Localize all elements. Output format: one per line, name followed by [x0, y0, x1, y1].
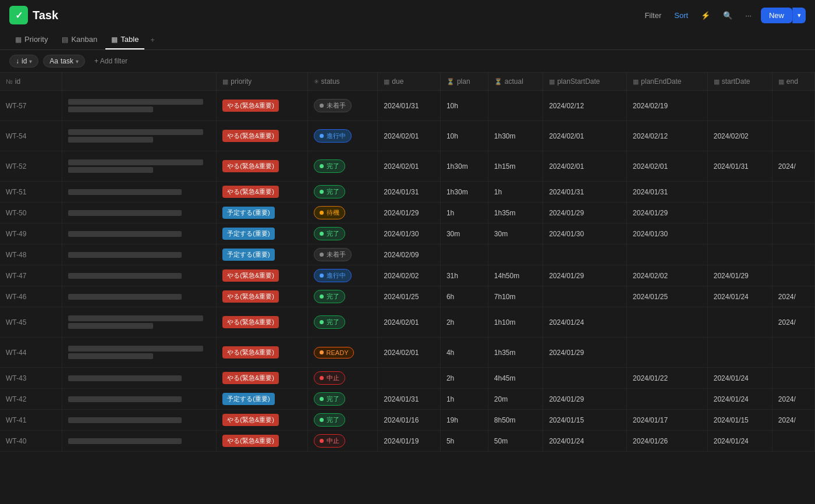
cell-actual — [488, 91, 543, 121]
col-header-end: ▦end — [772, 73, 814, 91]
task-filter-chip[interactable]: Aa task ▾ — [43, 55, 85, 68]
cell-start-date — [707, 91, 772, 121]
cell-plan-start-date: 2024/01/29 — [543, 389, 627, 410]
priority-badge: やる(緊急&重要) — [222, 269, 279, 282]
cell-end — [772, 244, 814, 265]
cell-task — [62, 389, 217, 410]
status-dot — [320, 274, 324, 278]
filter-button[interactable]: Filter — [641, 9, 665, 22]
table-row[interactable]: WT-46 やる(緊急&重要) 完了 2024/01/25 6h 7h10m 2… — [0, 286, 815, 307]
status-dot — [320, 211, 324, 215]
cell-plan-start-date: 2024/01/31 — [543, 182, 627, 203]
tab-priority[interactable]: ▦ Priority — [9, 30, 54, 49]
status-dot — [320, 439, 324, 443]
cell-start-date — [707, 244, 772, 265]
col-header-startdate: ▦startDate — [707, 73, 772, 91]
cell-id: WT-46 — [0, 286, 62, 307]
add-filter-button[interactable]: + Add filter — [90, 55, 132, 67]
cell-task — [62, 244, 217, 265]
cell-plan-end-date: 2024/02/02 — [627, 265, 708, 286]
kanban-tab-label: Kanban — [71, 35, 97, 44]
cell-priority: 予定する(重要) — [217, 203, 307, 223]
cell-status: 完了 — [307, 307, 378, 338]
cell-plan-end-date — [627, 307, 708, 338]
id-filter-chip[interactable]: ↓ id ▾ — [9, 55, 38, 68]
cell-task — [62, 91, 217, 121]
cell-id: WT-57 — [0, 91, 62, 121]
priority-badge: やる(緊急&重要) — [222, 414, 279, 426]
cell-plan: 5h — [440, 431, 488, 452]
cell-plan-end-date: 2024/01/31 — [627, 182, 708, 203]
cell-plan: 30m — [440, 223, 488, 244]
table-row[interactable]: WT-47 やる(緊急&重要) 進行中 2024/02/02 31h 14h50… — [0, 265, 815, 286]
cell-status: 待機 — [307, 203, 378, 223]
cell-due: 2024/01/31 — [378, 389, 441, 410]
cell-actual: 4h45m — [488, 368, 543, 389]
cell-priority: 予定する(重要) — [217, 223, 307, 244]
status-badge: READY — [314, 347, 355, 359]
cell-id: WT-45 — [0, 307, 62, 338]
table-row[interactable]: WT-48 予定する(重要) 未着手 2024/02/09 — [0, 244, 815, 265]
cell-id: WT-47 — [0, 265, 62, 286]
table-row[interactable]: WT-42 予定する(重要) 完了 2024/01/31 1h 20m 2024… — [0, 389, 815, 410]
table-row[interactable]: WT-57 やる(緊急&重要) 未着手 2024/01/31 10h 2024/… — [0, 91, 815, 121]
cell-actual: 20m — [488, 389, 543, 410]
col-header-id: №id — [0, 73, 62, 91]
tab-kanban[interactable]: ▤ Kanban — [56, 30, 103, 49]
cell-plan: 19h — [440, 410, 488, 431]
tab-add-button[interactable]: + — [147, 31, 158, 49]
cell-priority: やる(緊急&重要) — [217, 121, 307, 151]
cell-end: 2024/ — [772, 410, 814, 431]
cell-plan: 6h — [440, 286, 488, 307]
cell-end — [772, 338, 814, 368]
status-badge: 完了 — [314, 227, 345, 240]
cell-end — [772, 368, 814, 389]
cell-status: 完了 — [307, 410, 378, 431]
cell-plan-end-date: 2024/01/25 — [627, 286, 708, 307]
cell-task — [62, 431, 217, 452]
cell-plan — [440, 244, 488, 265]
cell-actual: 1h35m — [488, 203, 543, 223]
tab-table[interactable]: ▦ Table — [105, 30, 144, 49]
table-row[interactable]: WT-51 やる(緊急&重要) 完了 2024/01/31 1h30m 1h 2… — [0, 182, 815, 203]
priority-badge: やる(緊急&重要) — [222, 100, 279, 112]
priority-badge: 予定する(重要) — [222, 393, 274, 405]
new-button[interactable]: New — [761, 8, 792, 23]
cell-status: 完了 — [307, 182, 378, 203]
table-row[interactable]: WT-44 やる(緊急&重要) READY 2024/02/01 4h 1h35… — [0, 338, 815, 368]
status-badge: 完了 — [314, 413, 345, 427]
cell-start-date: 2024/02/02 — [707, 121, 772, 151]
cell-plan: 10h — [440, 121, 488, 151]
search-button[interactable]: 🔍 — [720, 9, 736, 22]
cell-plan: 1h — [440, 389, 488, 410]
cell-actual: 1h15m — [488, 151, 543, 182]
status-dot — [320, 104, 324, 108]
cell-plan-end-date — [627, 244, 708, 265]
more-button[interactable]: ··· — [742, 9, 755, 22]
status-dot — [320, 294, 324, 299]
cell-start-date — [707, 223, 772, 244]
table-row[interactable]: WT-49 予定する(重要) 完了 2024/01/30 30m 30m 202… — [0, 223, 815, 244]
cell-plan: 10h — [440, 91, 488, 121]
cell-id: WT-54 — [0, 121, 62, 151]
cell-plan-end-date: 2024/01/29 — [627, 203, 708, 223]
table-row[interactable]: WT-43 やる(緊急&重要) 中止 2h 4h45m 2024/01/22 2… — [0, 368, 815, 389]
new-dropdown-button[interactable]: ▾ — [792, 8, 806, 23]
table-row[interactable]: WT-40 やる(緊急&重要) 中止 2024/01/19 5h 50m 202… — [0, 431, 815, 452]
cell-actual: 1h35m — [488, 338, 543, 368]
table-row[interactable]: WT-52 やる(緊急&重要) 完了 2024/02/01 1h30m 1h15… — [0, 151, 815, 182]
status-dot — [320, 190, 324, 194]
cell-id: WT-48 — [0, 244, 62, 265]
cell-plan: 2h — [440, 368, 488, 389]
table-row[interactable]: WT-45 やる(緊急&重要) 完了 2024/02/01 2h 1h10m 2… — [0, 307, 815, 338]
cell-due: 2024/01/31 — [378, 182, 441, 203]
priority-badge: やる(緊急&重要) — [222, 160, 279, 172]
cell-actual — [488, 244, 543, 265]
lightning-button[interactable]: ⚡ — [697, 9, 714, 22]
table-row[interactable]: WT-41 やる(緊急&重要) 完了 2024/01/16 19h 8h50m … — [0, 410, 815, 431]
table-row[interactable]: WT-50 予定する(重要) 待機 2024/01/29 1h 1h35m 20… — [0, 203, 815, 223]
cell-task — [62, 121, 217, 151]
table-row[interactable]: WT-54 やる(緊急&重要) 進行中 2024/02/01 10h 1h30m… — [0, 121, 815, 151]
sort-button[interactable]: Sort — [671, 9, 692, 22]
cell-end — [772, 203, 814, 223]
